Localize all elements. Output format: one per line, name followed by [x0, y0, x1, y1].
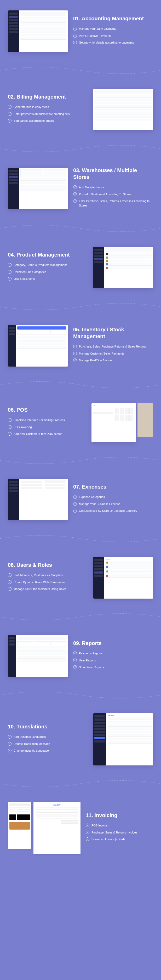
- feature-content: 08. Users & Roles Staff Members, Custome…: [8, 562, 88, 594]
- feature-item: Staff Members, Customers & Suppliers: [8, 573, 88, 578]
- feature-item: Update Translation Message: [8, 742, 88, 746]
- feature-item: Pay & Receive Payments: [73, 33, 153, 38]
- check-icon: [73, 34, 77, 38]
- feature-content: 03. Warehouses / Multiple Stores Add Mul…: [73, 167, 153, 210]
- section-title: 11. Invoicing: [86, 812, 153, 819]
- feature-item: Sort parties according to orders: [8, 119, 88, 123]
- feature-item: Store Wise Reports: [73, 665, 153, 670]
- feature-section-08: 08. Users & Roles Staff Members, Custome…: [0, 546, 161, 609]
- feature-text: Category, Brand & Products Management: [14, 263, 67, 267]
- check-icon: [8, 735, 11, 738]
- feature-text: Change Instantly Language: [14, 748, 49, 753]
- mock-content: Translations: [106, 713, 153, 765]
- feature-text: Add Multiple Stores: [79, 185, 104, 189]
- section-title: 05. Inventory / Stock Management: [73, 326, 153, 340]
- feature-section-03: 03. Warehouses / Multiple Stores Add Mul…: [0, 156, 161, 221]
- feature-section-11: Stockify 11. Invoicing POS Invoice Purch…: [0, 792, 161, 864]
- mock-content: [104, 247, 153, 288]
- check-icon: [73, 358, 77, 362]
- mockup-products: [93, 247, 153, 288]
- section-divider: [0, 299, 161, 314]
- feature-item: Get party full details according to paym…: [73, 40, 153, 45]
- section-title: 09. Reports: [73, 640, 153, 647]
- check-icon: [73, 27, 77, 30]
- check-icon: [73, 652, 77, 655]
- feature-text: Update Translation Message: [14, 742, 50, 746]
- feature-text: Download Invoice (edited): [92, 837, 125, 842]
- mock-sidebar: [93, 247, 104, 288]
- mock-content: [19, 10, 68, 52]
- check-icon: [8, 263, 11, 267]
- check-icon: [73, 665, 77, 669]
- feature-list: Simplified Interface For Selling Product…: [8, 418, 86, 436]
- feature-content: 06. POS Simplified Interface For Selling…: [8, 406, 86, 439]
- customers-label: Customers: [106, 558, 151, 560]
- check-icon: [8, 749, 11, 752]
- mockup-billing: [93, 89, 153, 130]
- section-title: 06. POS: [8, 406, 86, 413]
- section-divider: [0, 776, 161, 792]
- mockup-invoicing: Stockify: [8, 802, 80, 854]
- feature-section-10: 10. Translations Add Dynamic Languages U…: [0, 703, 161, 776]
- feature-text: Get Expenses By Store Or Expense Categor…: [79, 509, 137, 513]
- mock-sidebar: [8, 10, 19, 52]
- check-icon: [73, 185, 77, 189]
- check-icon: [8, 432, 11, 436]
- feature-section-04: 04. Product Management Category, Brand &…: [0, 236, 161, 299]
- feature-text: Payments Reports: [79, 651, 103, 656]
- feature-list: Staff Members, Customers & Suppliers Cre…: [8, 573, 88, 591]
- mockup-accounting: [8, 10, 68, 52]
- section-title: 04. Product Management: [8, 251, 88, 258]
- check-icon: [86, 830, 89, 834]
- invoice-mockup: Stockify: [34, 802, 80, 854]
- feature-text: Store Wise Reports: [79, 665, 104, 670]
- mock-content: [16, 635, 68, 677]
- section-divider: [0, 609, 161, 625]
- section-divider: [0, 453, 161, 468]
- feature-item: Low Stock Alerts: [8, 277, 88, 281]
- feature-section-09: 09. Reports Payments Reports User Report…: [0, 625, 161, 687]
- feature-section-07: 07. Expenses Expense Categories Manage Y…: [0, 468, 161, 531]
- feature-content: 04. Product Management Category, Brand &…: [8, 251, 88, 284]
- feature-text: Get party full details according to paym…: [79, 40, 134, 45]
- feature-section-05: 05. Inventory / Stock Management Purchas…: [0, 314, 161, 377]
- section-divider: [0, 687, 161, 703]
- check-icon: [73, 352, 77, 355]
- feature-item: Get Expenses By Store Or Expense Categor…: [73, 509, 153, 513]
- feature-item: Change Instantly Language: [8, 748, 88, 753]
- feature-text: Manage your party payments: [79, 27, 116, 31]
- check-icon: [8, 119, 11, 123]
- feature-text: Enter payments amounts while creating bi…: [14, 112, 70, 116]
- feature-list: Category, Brand & Products Management Un…: [8, 263, 88, 281]
- feature-item: POS Invoice: [86, 823, 153, 828]
- feature-text: User Reports: [79, 658, 96, 663]
- check-icon: [73, 502, 77, 506]
- check-icon: [73, 659, 77, 662]
- check-icon: [73, 199, 77, 203]
- feature-content: 11. Invoicing POS Invoice Purchase, Sale…: [86, 812, 153, 844]
- check-icon: [8, 105, 11, 109]
- check-icon: [8, 580, 11, 584]
- check-icon: [8, 573, 11, 577]
- feature-list: Payments Reports User Reports Store Wise…: [73, 651, 153, 670]
- section-divider: [0, 531, 161, 546]
- mock-content: Customers: [104, 557, 153, 598]
- feature-text: Low Stock Alerts: [14, 277, 35, 281]
- mockup-pos: POS: [92, 403, 153, 442]
- feature-text: Manage Customer/Seller Payments: [79, 352, 124, 356]
- feature-item: Category, Brand & Products Management: [8, 263, 88, 267]
- feature-list: Add Multiple Stores Powerful Dashboard A…: [73, 185, 153, 207]
- feature-item: Generate bills in easy steps: [8, 105, 88, 109]
- feature-text: Add New Customer From POS screen: [14, 432, 62, 436]
- mockup-warehouses: [8, 168, 68, 209]
- feature-item: Create Dynamic Roles With Permissions: [8, 580, 88, 584]
- mockup-expenses: [8, 479, 68, 520]
- feature-text: Powerful Dashboard According To Stores: [79, 192, 131, 197]
- feature-text: Staff Members, Customers & Suppliers: [14, 573, 63, 578]
- feature-list: POS Invoice Purchase, Sales & Returns In…: [86, 823, 153, 842]
- feature-text: Manage Your Staff Members Using Roles: [14, 587, 66, 591]
- feature-content: 10. Translations Add Dynamic Languages U…: [8, 723, 88, 756]
- mock-sidebar: [93, 713, 106, 765]
- check-icon: [73, 192, 77, 196]
- mockup-translations: Translations: [93, 713, 153, 765]
